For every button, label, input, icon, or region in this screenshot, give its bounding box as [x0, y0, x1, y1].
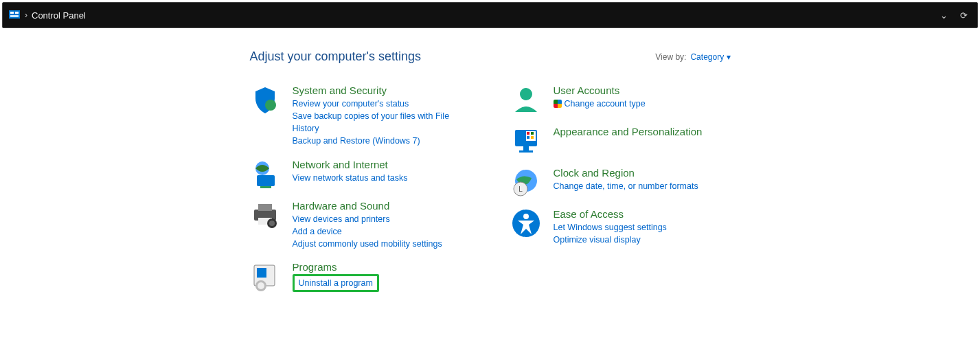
- link-network-status[interactable]: View network status and tasks: [293, 172, 408, 184]
- category-title[interactable]: Hardware and Sound: [293, 200, 442, 212]
- category-title[interactable]: Appearance and Personalization: [554, 126, 703, 137]
- content-area: Adjust your computer's settings View by:…: [0, 30, 980, 303]
- svg-rect-23: [531, 132, 534, 135]
- link-date-time-formats[interactable]: Change date, time, or number formats: [554, 180, 698, 192]
- category-title[interactable]: Programs: [293, 261, 379, 273]
- svg-point-30: [523, 214, 529, 219]
- clock-globe-icon: L: [511, 167, 541, 197]
- category-title[interactable]: System and Security: [293, 85, 470, 96]
- svg-rect-3: [10, 15, 19, 17]
- category-title[interactable]: User Accounts: [554, 85, 646, 96]
- category-clock: L Clock and Region Change date, time, or…: [511, 167, 731, 197]
- breadcrumb-separator: ›: [25, 10, 27, 20]
- category-user-accounts: User Accounts Change account type: [511, 85, 731, 115]
- category-title[interactable]: Clock and Region: [554, 167, 698, 179]
- link-add-device[interactable]: Add a device: [293, 225, 442, 238]
- network-icon: [250, 159, 280, 189]
- link-uninstall-program[interactable]: Uninstall a program: [299, 278, 373, 288]
- link-optimize-display[interactable]: Optimize visual display: [554, 234, 667, 246]
- control-panel-icon: [8, 9, 21, 21]
- category-title[interactable]: Network and Internet: [293, 159, 408, 170]
- category-hardware: Hardware and Sound View devices and prin…: [250, 200, 470, 250]
- svg-point-12: [269, 221, 275, 226]
- svg-point-16: [258, 282, 264, 289]
- svg-rect-9: [258, 204, 272, 211]
- svg-rect-22: [527, 132, 529, 135]
- svg-rect-7: [260, 186, 271, 188]
- svg-rect-20: [519, 150, 533, 153]
- refresh-icon[interactable]: ⟳: [960, 10, 968, 21]
- programs-icon: [250, 261, 280, 291]
- view-by-value[interactable]: Category ▾: [690, 52, 730, 62]
- svg-point-4: [265, 100, 276, 111]
- view-by-label: View by:: [655, 52, 686, 62]
- category-programs: Programs Uninstall a program: [250, 261, 470, 292]
- view-by-control[interactable]: View by: Category ▾: [655, 52, 730, 62]
- appearance-icon: [511, 126, 541, 156]
- svg-rect-6: [257, 175, 275, 186]
- category-title[interactable]: Ease of Access: [554, 208, 667, 220]
- svg-rect-1: [10, 12, 14, 14]
- link-backup-restore[interactable]: Backup and Restore (Windows 7): [293, 135, 470, 147]
- svg-text:L: L: [519, 185, 523, 193]
- shield-icon: [250, 85, 280, 115]
- svg-rect-25: [531, 136, 534, 139]
- category-ease-of-access: Ease of Access Let Windows suggest setti…: [511, 208, 731, 246]
- highlight-box: Uninstall a program: [293, 274, 379, 292]
- link-windows-suggest[interactable]: Let Windows suggest settings: [554, 221, 667, 234]
- user-icon: [511, 85, 541, 115]
- accessibility-icon: [511, 208, 541, 238]
- link-change-account-type[interactable]: Change account type: [554, 98, 646, 110]
- svg-rect-19: [523, 146, 529, 150]
- breadcrumb-location[interactable]: Control Panel: [32, 10, 936, 21]
- category-system-security: System and Security Review your computer…: [250, 85, 470, 148]
- chevron-down-icon: ▾: [727, 52, 731, 62]
- address-bar[interactable]: › Control Panel ⌄ ⟳: [2, 2, 978, 28]
- category-network: Network and Internet View network status…: [250, 159, 470, 189]
- link-devices-printers[interactable]: View devices and printers: [293, 213, 442, 225]
- printer-icon: [250, 200, 280, 230]
- svg-rect-24: [527, 136, 529, 139]
- svg-rect-2: [15, 12, 19, 14]
- svg-rect-0: [9, 10, 20, 19]
- category-appearance: Appearance and Personalization: [511, 126, 731, 156]
- page-title: Adjust your computer's settings: [250, 49, 422, 64]
- link-review-status[interactable]: Review your computer's status: [293, 98, 470, 110]
- svg-rect-14: [257, 268, 266, 278]
- link-mobility-settings[interactable]: Adjust commonly used mobility settings: [293, 238, 442, 250]
- svg-point-17: [520, 88, 532, 100]
- history-dropdown-icon[interactable]: ⌄: [940, 10, 948, 21]
- link-file-history[interactable]: Save backup copies of your files with Fi…: [293, 110, 470, 135]
